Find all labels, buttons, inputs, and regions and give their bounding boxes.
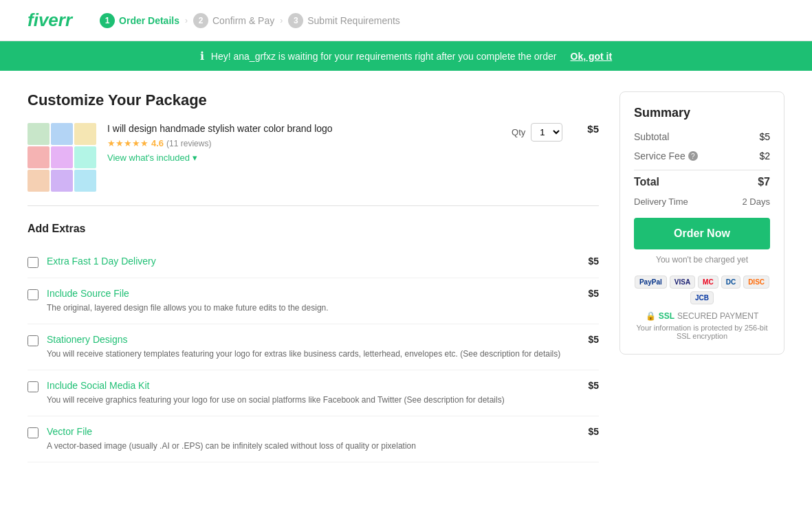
extra-price-2: $5: [588, 334, 599, 345]
extra-item-3: Include Social Media Kit You will receiv…: [28, 370, 599, 416]
extra-name-0[interactable]: Extra Fast 1 Day Delivery: [47, 256, 580, 267]
extra-checkbox-1[interactable]: [28, 289, 39, 300]
extra-item-2: Stationery Designs You will receive stat…: [28, 324, 599, 370]
lock-icon: 🔒: [646, 311, 656, 321]
summary-sidebar: Summary Subtotal $5 Service Fee ? $2 Tot…: [619, 91, 784, 462]
fee-help-icon[interactable]: ?: [688, 151, 698, 161]
extra-item-4: Vector File A vector-based image (usuall…: [28, 416, 599, 462]
thumb-2: [51, 123, 73, 145]
extra-content-2: Stationery Designs You will receive stat…: [47, 334, 580, 360]
extra-price-3: $5: [588, 380, 599, 391]
diners-icon: DC: [721, 276, 740, 289]
service-info: I will design handmade stylish water col…: [107, 123, 501, 163]
step-2: 2 Confirm & Pay: [193, 13, 274, 28]
qty-section: Qty 1 2 3: [512, 123, 562, 142]
main-content: Customize Your Package I will design han…: [28, 91, 599, 462]
fee-label: Service Fee ?: [634, 150, 698, 161]
banner-ok-link[interactable]: Ok, got it: [571, 51, 613, 62]
extras-title: Add Extras: [28, 223, 599, 235]
star-rating: ★★★★★: [107, 138, 149, 148]
fee-value: $2: [759, 150, 770, 161]
extra-content-1: Include Source File The original, layere…: [47, 288, 580, 314]
extra-price-4: $5: [588, 426, 599, 437]
thumb-4: [28, 146, 50, 168]
fee-row: Service Fee ? $2: [634, 150, 770, 161]
subtotal-row: Subtotal $5: [634, 131, 770, 142]
info-icon: ℹ: [200, 49, 204, 63]
view-included-link[interactable]: View what's included ▾: [107, 153, 197, 163]
review-count: (11 reviews): [166, 139, 211, 148]
service-price: $5: [587, 123, 599, 135]
step-1: 1 Order Details: [100, 13, 179, 28]
banner-text: Hey! ana_grfxz is waiting for your requi…: [211, 51, 557, 62]
extra-content-0: Extra Fast 1 Day Delivery: [47, 256, 580, 267]
extras-section: Add Extras Extra Fast 1 Day Delivery $5 …: [28, 223, 599, 462]
thumb-8: [51, 170, 73, 192]
qty-select[interactable]: 1 2 3: [531, 123, 562, 142]
ssl-label: SSL: [659, 311, 674, 321]
extra-desc-3: You will receive graphics featuring your…: [47, 394, 580, 406]
ssl-row: 🔒 SSL SECURED PAYMENT: [634, 311, 770, 321]
thumb-5: [51, 146, 73, 168]
thumb-9: [74, 170, 96, 192]
extra-content-4: Vector File A vector-based image (usuall…: [47, 426, 580, 452]
extra-content-3: Include Social Media Kit You will receiv…: [47, 380, 580, 406]
service-title: I will design handmade stylish water col…: [107, 123, 501, 134]
discover-icon: DISC: [743, 276, 769, 289]
extra-desc-1: The original, layered design file allows…: [47, 302, 580, 314]
summary-title: Summary: [634, 106, 770, 120]
extra-checkbox-0[interactable]: [28, 257, 39, 268]
step-arrow-2: ›: [280, 16, 283, 25]
delivery-label: Delivery Time: [634, 197, 688, 207]
thumb-7: [28, 170, 50, 192]
service-thumbnails: [28, 123, 96, 192]
extra-checkbox-3[interactable]: [28, 381, 39, 392]
step-1-circle: 1: [100, 13, 115, 28]
extra-desc-4: A vector-based image (usually .AI or .EP…: [47, 440, 580, 452]
extra-name-2[interactable]: Stationery Designs: [47, 334, 580, 345]
step-2-circle: 2: [193, 13, 208, 28]
rating-value: 4.6: [151, 138, 164, 148]
extra-name-1[interactable]: Include Source File: [47, 288, 580, 299]
extra-name-4[interactable]: Vector File: [47, 426, 580, 437]
qty-label: Qty: [512, 127, 525, 137]
jcb-icon: JCB: [690, 291, 714, 304]
extra-item-0: Extra Fast 1 Day Delivery $5: [28, 246, 599, 278]
subtotal-value: $5: [759, 131, 770, 142]
mastercard-icon: MC: [698, 276, 718, 289]
info-banner: ℹ Hey! ana_grfxz is waiting for your req…: [0, 41, 812, 71]
extra-name-3[interactable]: Include Social Media Kit: [47, 380, 580, 391]
delivery-value: 2 Days: [743, 197, 770, 207]
extra-checkbox-4[interactable]: [28, 427, 39, 438]
extra-item-1: Include Source File The original, layere…: [28, 278, 599, 324]
paypal-icon: PayPal: [635, 276, 667, 289]
summary-box: Summary Subtotal $5 Service Fee ? $2 Tot…: [619, 91, 784, 355]
thumb-1: [28, 123, 50, 145]
page-title: Customize Your Package: [28, 91, 599, 109]
extra-price-1: $5: [588, 288, 599, 299]
step-arrow-1: ›: [185, 16, 188, 25]
thumb-3: [74, 123, 96, 145]
payment-icons: PayPal VISA MC DC DISC JCB: [634, 276, 770, 304]
ssl-secured-text: SECURED PAYMENT: [677, 311, 758, 321]
delivery-row: Delivery Time 2 Days: [634, 197, 770, 207]
breadcrumb: 1 Order Details › 2 Confirm & Pay › 3 Su…: [100, 13, 400, 28]
subtotal-label: Subtotal: [634, 131, 669, 142]
extra-checkbox-2[interactable]: [28, 335, 39, 346]
thumb-6: [74, 146, 96, 168]
service-item: I will design handmade stylish water col…: [28, 123, 599, 206]
total-value: $7: [758, 176, 770, 188]
step-3-label: Submit Requirements: [307, 15, 400, 26]
order-now-button[interactable]: Order Now: [634, 218, 770, 249]
step-3: 3 Submit Requirements: [288, 13, 400, 28]
visa-icon: VISA: [670, 276, 695, 289]
total-row: Total $7: [634, 170, 770, 188]
total-label: Total: [634, 176, 659, 188]
extra-desc-2: You will receive stationery templates fe…: [47, 348, 580, 360]
extra-price-0: $5: [588, 256, 599, 267]
ssl-info-text: Your information is protected by 256-bit…: [634, 324, 770, 340]
step-1-label: Order Details: [119, 15, 179, 26]
step-3-circle: 3: [288, 13, 303, 28]
fiverr-logo[interactable]: fiverr: [28, 10, 72, 31]
not-charged-text: You won't be charged yet: [634, 255, 770, 265]
